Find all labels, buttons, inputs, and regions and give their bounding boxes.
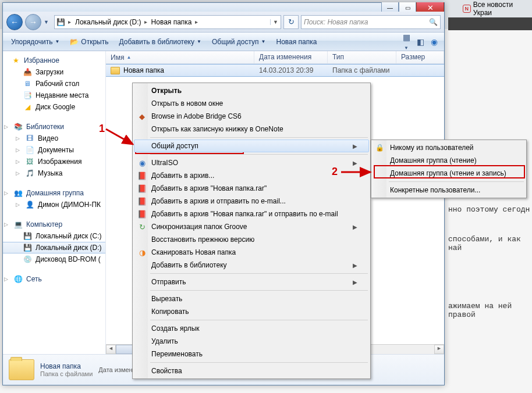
webpage-text: нно поэтому сегодн [448,205,530,214]
crumb-drive-d[interactable]: Локальный диск (D:) [73,16,143,28]
tree-drive-c[interactable]: 💾Локальный диск (C:) [3,230,105,242]
tree-homegroup[interactable]: ▷👥Домашняя группа [3,187,105,199]
tree-favorites[interactable]: ★Избранное [3,55,105,66]
ctx-onenote[interactable]: Открыть как записную книжку в OneNote [134,123,369,135]
share-submenu: 🔒Никому из пользователей Домашняя группа… [371,140,527,198]
tree-downloads[interactable]: 📥Загрузки [3,66,105,78]
tree-computer[interactable]: ▷💻Компьютер [3,219,105,230]
ctx-share[interactable]: Общий доступ▶ [134,140,369,152]
ctx-rar-name-email[interactable]: 📕Добавить в архив "Новая папка.rar" и от… [134,208,369,220]
toolbar: Упорядочить▼ 📂Открыть Добавить в библиот… [3,33,444,51]
sub-nobody[interactable]: 🔒Никому из пользователей [373,141,525,154]
ctx-rar-email[interactable]: 📕Добавить в архив и отправить по e-mail.… [134,195,369,208]
share-button[interactable]: Общий доступ▼ [207,36,271,48]
tree-homegroup-user[interactable]: ▷👤Димон (ДИМОН-ПК [3,199,105,210]
scroll-left[interactable]: ◄ [106,345,116,354]
nav-tree: ★Избранное 📥Загрузки 🖥Рабочий стол 📑Неда… [3,51,106,354]
tree-drive-d[interactable]: 💾Локальный диск (D:) [3,242,105,253]
tab-favicon: N [463,5,471,13]
col-type[interactable]: Тип [328,51,396,63]
crumb-new-folder[interactable]: Новая папка [149,16,193,28]
nav-history-dropdown[interactable]: ▼ [44,19,52,25]
tree-bdrom[interactable]: 💿Дисковод BD-ROM ( [3,253,105,265]
ctx-rename[interactable]: Переименовать [134,348,369,360]
view-button[interactable]: ▦ ▼ [400,33,413,51]
preview-pane-button[interactable]: ◧ [414,37,427,47]
tree-network[interactable]: ▷🌐Сеть [3,273,105,285]
sub-hg-readwrite[interactable]: Домашняя группа (чтение и запись) [373,167,525,180]
ctx-scan[interactable]: ◑Сканировать Новая папка [134,246,369,259]
drive-icon: 💾 [55,18,66,26]
ctx-copy[interactable]: Копировать [134,305,369,318]
back-button[interactable]: ← [6,14,23,30]
refresh-button[interactable]: ↻ [283,15,299,29]
folder-icon [111,67,120,74]
tree-documents[interactable]: ▷📄Документы [3,144,105,156]
tree-desktop[interactable]: 🖥Рабочий стол [3,78,105,90]
browser-tab: N Все новости Украи [463,3,532,15]
help-button[interactable]: ◉ [428,37,441,47]
crumb-dropdown[interactable]: ▼ [270,19,281,25]
ctx-add-library[interactable]: Добавить в библиотеку▶ [134,259,369,271]
tree-google-disk[interactable]: ◢Диск Google [3,101,105,113]
col-size[interactable]: Размер [396,51,444,63]
sub-hg-read[interactable]: Домашняя группа (чтение) [373,154,525,167]
add-library-button[interactable]: Добавить в библиотеку▼ [114,36,205,48]
webpage-text: способами, и как най [448,235,532,252]
col-name[interactable]: Имя▲ [106,51,254,63]
ctx-rar-add-name[interactable]: 📕Добавить в архив "Новая папка.rar" [134,182,369,195]
titlebar[interactable]: — ▭ ✕ [3,3,444,12]
tree-music[interactable]: ▷🎵Музыка [3,167,105,179]
ctx-browse-bridge[interactable]: ◆Browse in Adobe Bridge CS6 [134,110,369,123]
search-input[interactable]: Поиск: Новая папка 🔍 [301,15,441,29]
details-type: Папка с файлами [40,370,93,377]
tree-video[interactable]: ▷🎞Видео [3,133,105,144]
new-folder-button[interactable]: Новая папка [271,36,321,48]
open-button[interactable]: 📂Открыть [65,36,113,48]
ctx-open-new-window[interactable]: Открыть в новом окне [134,97,369,110]
ctx-ultraiso[interactable]: ◉UltraISO▶ [134,156,369,169]
details-name: Новая папка [40,362,93,370]
ctx-properties[interactable]: Свойства [134,365,369,377]
webpage-text: ажимаем на ней правой [448,302,532,319]
ctx-delete[interactable]: Удалить [134,335,369,348]
tree-libraries[interactable]: ▷📚Библиотеки [3,121,105,133]
sub-specific-users[interactable]: Конкретные пользователи... [373,184,525,196]
ctx-rar-add[interactable]: 📕Добавить в архив... [134,169,369,182]
search-icon: 🔍 [429,18,438,26]
tree-images[interactable]: ▷🖼Изображения [3,156,105,167]
breadcrumb[interactable]: 💾 ▸ Локальный диск (D:) ▸ Новая папка ▸ … [54,15,281,29]
scroll-right[interactable]: ► [434,345,444,354]
forward-button[interactable]: → [25,14,41,30]
file-row[interactable]: Новая папка 14.03.2013 20:39 Папка с фай… [106,64,444,77]
folder-icon [9,359,34,380]
ctx-open[interactable]: Открыть [134,84,369,97]
ctx-groove[interactable]: ↻Синхронизация папок Groove▶ [134,220,369,233]
col-date[interactable]: Дата изменения [254,51,328,63]
ctx-cut[interactable]: Вырезать [134,292,369,305]
ctx-shortcut[interactable]: Создать ярлык [134,322,369,335]
organize-button[interactable]: Упорядочить▼ [6,36,64,48]
annotation-number-1: 1 [99,123,105,135]
ctx-send-to[interactable]: Отправить▶ [134,276,369,288]
context-menu: Открыть Открыть в новом окне ◆Browse in … [132,83,371,379]
nav-row: ← → ▼ 💾 ▸ Локальный диск (D:) ▸ Новая па… [3,12,444,33]
ctx-restore[interactable]: Восстановить прежнюю версию [134,233,369,246]
column-headers[interactable]: Имя▲ Дата изменения Тип Размер [106,51,444,64]
tree-recent[interactable]: 📑Недавние места [3,90,105,101]
